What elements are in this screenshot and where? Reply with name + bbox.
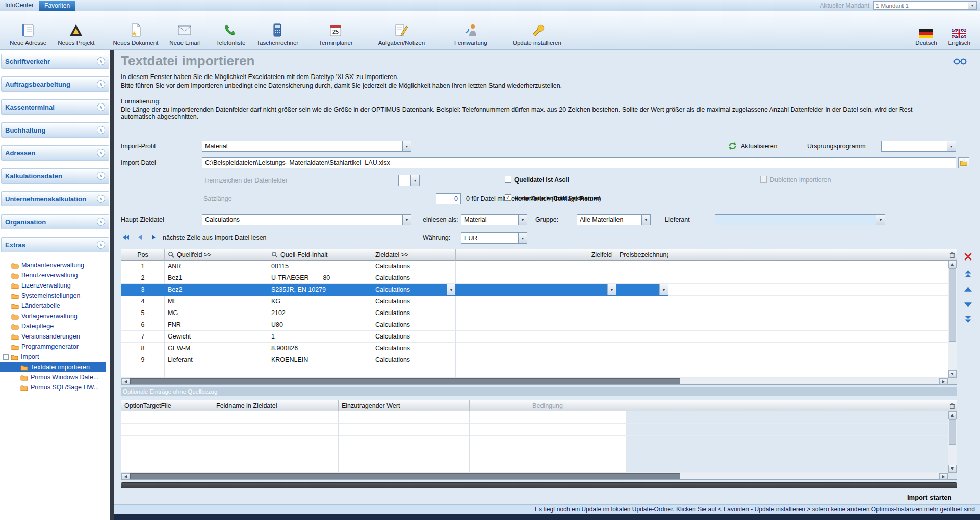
tab-favoriten[interactable]: Favoriten [39,1,75,11]
gruppe-select[interactable]: Alle Materialien ▼ [577,214,651,225]
import-starten-button[interactable]: Import starten [907,493,951,501]
mandant-select[interactable]: 1 Mandant 1 ▼ [873,1,977,10]
optional-table-row[interactable] [121,411,948,424]
scroll-left-arrow[interactable] [121,378,130,385]
table-row[interactable]: 4 ME KG Calculations [121,296,948,307]
tab-infocenter[interactable]: InfoCenter [0,1,39,10]
tree-item-laendertabelle[interactable]: Ländertabelle [0,301,110,311]
zieldatei-cell-combo[interactable]: Calculations▼ [372,284,456,296]
next-row-button[interactable] [148,233,159,243]
toolbar-button-fernwartung[interactable]: Fernwartung [449,13,493,47]
toolbar-button-aufgaben-notizen[interactable]: Aufgaben/Notizen [373,13,430,47]
erste-zeile-checkbox[interactable]: ✓ [505,194,511,201]
delete-optional-row-trash-button[interactable] [948,400,957,411]
sidebar-section-kalkulationsdaten[interactable]: Kalkulationsdaten∧ [1,168,109,184]
sidebar-section-kassenterminal[interactable]: Kassenterminal∧ [1,99,109,115]
tree-item-versionsaenderungen[interactable]: Versionsänderungen [0,331,110,342]
ursprungsprogramm-select[interactable]: ▼ [881,141,956,152]
horizontal-scrollbar[interactable] [121,473,957,479]
delete-row-trash-button[interactable] [948,249,957,261]
tree-item-primus-windows-daten[interactable]: Primus Windows Date... [0,372,110,382]
table-row-selected[interactable]: 3 Bez2 S235JR, EN 10279 Calculations▼ ▼ … [121,284,948,296]
scrollbar-thumb[interactable] [949,268,956,342]
aktualisieren-button[interactable]: Aktualisieren [741,143,778,150]
horizontal-scrollbar[interactable] [121,378,957,384]
scroll-left-arrow[interactable] [121,473,130,480]
tree-item-import[interactable]: − Import [0,352,110,362]
table-row[interactable]: 5 MG 2102 Calculations [121,307,948,319]
toolbar-button-neues-dokument[interactable]: Neues Dokument [107,13,164,47]
table-row[interactable]: 2 Bez1 U-TRAEGER 80 Calculations [121,272,948,284]
toolbar-button-terminplaner[interactable]: 25 Terminplaner [313,13,358,47]
waehrung-select[interactable]: EUR ▼ [461,232,527,244]
scroll-up-arrow[interactable] [948,261,957,268]
table-row[interactable]: 6 FNR U80 Calculations [121,319,948,331]
scrollbar-thumb[interactable] [130,473,680,479]
optional-table-row[interactable] [121,424,948,436]
zielfeld-cell-combo[interactable]: ▼ [456,284,616,296]
toolbar-button-telefonliste[interactable]: Telefonliste [211,13,251,47]
optional-table-row[interactable] [121,436,948,448]
scroll-right-arrow[interactable] [939,473,948,480]
scrollbar-thumb[interactable] [130,378,680,384]
scroll-down-arrow[interactable] [948,370,957,378]
tree-item-systemeinstellungen[interactable]: Systemeinstellungen [0,291,110,301]
tree-item-textdatei-importieren[interactable]: Textdatei importieren [0,362,106,372]
magnifier-icon[interactable] [271,251,278,258]
help-glasses-icon[interactable] [953,58,967,66]
tree-item-benutzerverwaltung[interactable]: Benutzerverwaltung [0,270,110,280]
table-row[interactable]: 8 GEW-M 8.900826 Calculations [121,343,948,354]
scroll-down-arrow[interactable] [948,465,957,473]
tree-item-primus-sql-sage[interactable]: Primus SQL/Sage HW... [0,382,110,393]
sidebar-section-adressen[interactable]: Adressen∧ [1,145,109,161]
tree-item-programmgenerator[interactable]: Programmgenerator [0,342,110,352]
quelldatei-ascii-checkbox[interactable] [505,176,511,183]
optional-table-row[interactable] [121,448,948,460]
scroll-right-arrow[interactable] [939,378,948,385]
toolbar-button-update-installieren[interactable]: Update installieren [507,13,567,47]
tree-collapse-icon[interactable]: − [3,354,9,360]
vertical-scrollbar[interactable] [948,411,957,473]
table-row[interactable]: 9 Lieferant KROENLEIN Calculations [121,354,948,366]
toolbar-button-neues-projekt[interactable]: Neues Projekt [52,13,100,47]
scroll-up-arrow[interactable] [948,411,957,419]
table-row[interactable]: 7 Gewicht 1 Calculations [121,331,948,343]
sidebar-section-unternehmenskalkulation[interactable]: Unternehmenskalkulation∧ [1,191,109,206]
sidebar-section-organisation[interactable]: Organisation∧ [1,214,109,229]
sidebar-section-buchhaltung[interactable]: Buchhaltung∧ [1,122,109,138]
table-row-empty[interactable] [121,366,948,378]
toolbar-button-neue-email[interactable]: Neue Email [164,13,205,47]
toolbar-button-neue-adresse[interactable]: Neue Adresse [4,13,52,47]
sidebar-section-extras[interactable]: Extras∧ [1,237,109,252]
import-datei-input[interactable]: C:\Beispieldateien\Leistungs- Materialda… [202,157,956,168]
optional-table-row[interactable] [121,460,948,473]
preis-cell-combo[interactable]: ▼ [616,284,668,296]
table-row[interactable]: 1 ANR 00115 Calculations [121,261,948,272]
vertical-scrollbar[interactable] [948,261,957,378]
file-open-button[interactable] [958,157,969,168]
toolbar-button-taschenrechner[interactable]: Taschenrechner [251,13,304,47]
tree-item-dateipflege[interactable]: Dateipflege [0,321,110,331]
move-row-down-button[interactable] [962,299,973,310]
move-row-top-button[interactable] [962,268,973,279]
trennzeichen-select[interactable]: ▼ [398,175,420,186]
import-profil-select[interactable]: Material ▼ [202,141,411,152]
sidebar-section-schriftverkehr[interactable]: Schriftverkehr∧ [1,54,109,69]
lieferant-select[interactable]: ▼ [715,214,885,225]
previous-row-button[interactable] [135,233,145,243]
magnifier-icon[interactable] [168,251,174,258]
satzlaenge-input[interactable]: 0 [436,193,461,204]
sidebar-section-auftragsbearbeitung[interactable]: Auftragsbearbeitung∧ [1,76,109,92]
tree-item-lizenzverwaltung[interactable]: Lizenzverwaltung [0,280,110,291]
tree-item-mandantenverwaltung[interactable]: Mandantenverwaltung [0,260,110,270]
refresh-icon[interactable] [728,141,737,152]
haupt-zieldatei-select[interactable]: Calculations ▼ [202,214,411,225]
tree-item-vorlagenverwaltung[interactable]: Vorlagenverwaltung [0,311,110,321]
move-row-bottom-button[interactable] [962,313,973,324]
first-row-button[interactable] [121,233,131,243]
toolbar-button-deutsch[interactable]: Deutsch [910,13,942,47]
scrollbar-thumb[interactable] [949,419,956,445]
move-row-up-button[interactable] [962,283,973,295]
delete-mapping-button[interactable] [962,251,973,262]
toolbar-button-englisch[interactable]: Englisch [943,13,976,47]
